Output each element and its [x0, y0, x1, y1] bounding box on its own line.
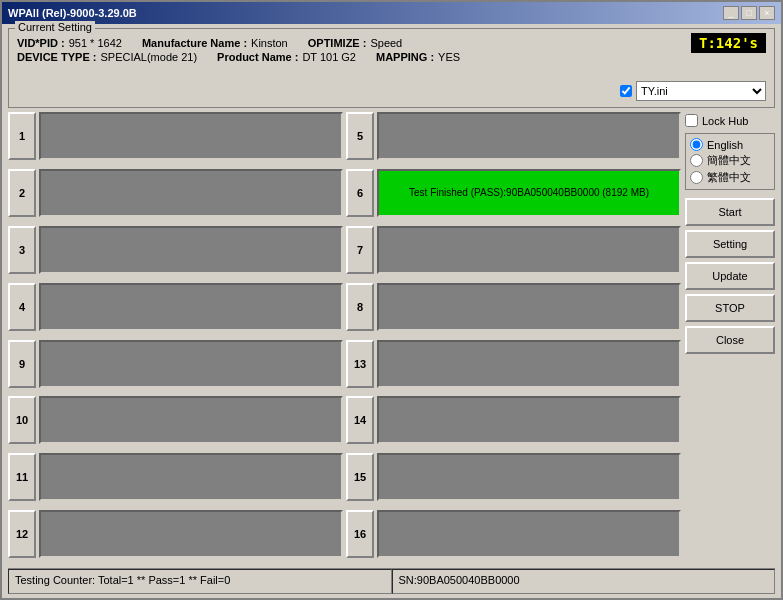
device-type-value: SPECIAL(mode 21) [100, 51, 197, 63]
slot-num-btn-16[interactable]: 16 [346, 510, 374, 558]
right-panel: Lock Hub English 簡體中文 繁體中文 [685, 112, 775, 564]
manufacture-item: Manufacture Name : Kinston [142, 37, 288, 49]
lang-english-radio[interactable] [690, 138, 703, 151]
product-value: DT 101 G2 [302, 51, 356, 63]
slot-display-12 [39, 510, 343, 558]
slot-num-btn-6[interactable]: 6 [346, 169, 374, 217]
slot-display-14 [377, 396, 681, 444]
timer-badge: T:142's [691, 33, 766, 53]
slots-grid: 1526Test Finished (PASS):90BA050040BB000… [8, 112, 681, 564]
slot-row-left-10: 10 [8, 396, 343, 444]
language-group: English 簡體中文 繁體中文 [685, 133, 775, 190]
slot-row-right-7: 7 [346, 226, 681, 274]
status-left: Testing Counter: Total=1 ** Pass=1 ** Fa… [8, 569, 392, 594]
slot-display-7 [377, 226, 681, 274]
vid-pid-label: VID*PID : [17, 37, 65, 49]
body-area: 1526Test Finished (PASS):90BA050040BB000… [8, 112, 775, 564]
right-buttons: StartSettingUpdateSTOPClose [685, 198, 775, 354]
slot-num-btn-7[interactable]: 7 [346, 226, 374, 274]
main-content: Current Setting T:142's VID*PID : 951 * … [2, 24, 781, 598]
slot-num-btn-11[interactable]: 11 [8, 453, 36, 501]
slot-num-btn-10[interactable]: 10 [8, 396, 36, 444]
slot-row-left-3: 3 [8, 226, 343, 274]
slot-num-btn-14[interactable]: 14 [346, 396, 374, 444]
slot-num-btn-13[interactable]: 13 [346, 340, 374, 388]
slot-num-btn-12[interactable]: 12 [8, 510, 36, 558]
ini-dropdown[interactable]: TY.ini [636, 81, 766, 101]
mapping-label: MAPPING : [376, 51, 434, 63]
window-controls: _ □ × [723, 6, 775, 20]
lang-simplified-radio[interactable] [690, 154, 703, 167]
optimize-item: OPTIMIZE : Speed [308, 37, 402, 49]
window-title: WPAll (Rel)-9000-3.29.0B [8, 7, 137, 19]
stop-button[interactable]: STOP [685, 294, 775, 322]
slot-display-1 [39, 112, 343, 160]
lang-simplified-label: 簡體中文 [707, 153, 751, 168]
close-button[interactable]: Close [685, 326, 775, 354]
manufacture-label: Manufacture Name : [142, 37, 247, 49]
slot-num-btn-9[interactable]: 9 [8, 340, 36, 388]
slot-num-btn-8[interactable]: 8 [346, 283, 374, 331]
lang-traditional-radio[interactable] [690, 171, 703, 184]
slot-row-left-1: 1 [8, 112, 343, 160]
setting-button[interactable]: Setting [685, 230, 775, 258]
slot-display-11 [39, 453, 343, 501]
close-window-button[interactable]: × [759, 6, 775, 20]
device-type-item: DEVICE TYPE : SPECIAL(mode 21) [17, 51, 197, 63]
lock-hub-row: Lock Hub [685, 112, 775, 129]
lang-english-label: English [707, 139, 743, 151]
start-button[interactable]: Start [685, 198, 775, 226]
slot-display-2 [39, 169, 343, 217]
maximize-button[interactable]: □ [741, 6, 757, 20]
setting-row-1: VID*PID : 951 * 1642 Manufacture Name : … [17, 37, 766, 49]
slot-num-btn-3[interactable]: 3 [8, 226, 36, 274]
lang-english: English [690, 138, 770, 151]
slot-display-3 [39, 226, 343, 274]
update-button[interactable]: Update [685, 262, 775, 290]
slot-display-10 [39, 396, 343, 444]
optimize-value: Speed [370, 37, 402, 49]
slot-row-right-5: 5 [346, 112, 681, 160]
slot-row-left-2: 2 [8, 169, 343, 217]
lang-traditional: 繁體中文 [690, 170, 770, 185]
slot-display-4 [39, 283, 343, 331]
slot-row-left-11: 11 [8, 453, 343, 501]
slot-display-15 [377, 453, 681, 501]
status-bar: Testing Counter: Total=1 ** Pass=1 ** Fa… [8, 568, 775, 594]
setting-rows: VID*PID : 951 * 1642 Manufacture Name : … [17, 37, 766, 63]
slot-display-9 [39, 340, 343, 388]
slot-row-right-15: 15 [346, 453, 681, 501]
title-bar: WPAll (Rel)-9000-3.29.0B _ □ × [2, 2, 781, 24]
slot-num-btn-15[interactable]: 15 [346, 453, 374, 501]
lang-traditional-label: 繁體中文 [707, 170, 751, 185]
ini-selector: TY.ini [620, 81, 766, 101]
slot-row-right-14: 14 [346, 396, 681, 444]
slot-display-16 [377, 510, 681, 558]
main-window: WPAll (Rel)-9000-3.29.0B _ □ × Current S… [0, 0, 783, 600]
current-setting-title: Current Setting [15, 21, 95, 33]
lock-hub-checkbox[interactable] [685, 114, 698, 127]
vid-pid-item: VID*PID : 951 * 1642 [17, 37, 122, 49]
slot-row-left-12: 12 [8, 510, 343, 558]
optimize-label: OPTIMIZE : [308, 37, 367, 49]
mapping-item: MAPPING : YES [376, 51, 460, 63]
setting-row-2: DEVICE TYPE : SPECIAL(mode 21) Product N… [17, 51, 766, 63]
slot-row-right-8: 8 [346, 283, 681, 331]
slot-num-btn-5[interactable]: 5 [346, 112, 374, 160]
slot-row-right-16: 16 [346, 510, 681, 558]
slot-num-btn-1[interactable]: 1 [8, 112, 36, 160]
manufacture-value: Kinston [251, 37, 288, 49]
slot-display-8 [377, 283, 681, 331]
slot-row-right-13: 13 [346, 340, 681, 388]
slot-display-13 [377, 340, 681, 388]
status-right: SN:90BA050040BB0000 [392, 569, 776, 594]
minimize-button[interactable]: _ [723, 6, 739, 20]
product-item: Product Name : DT 101 G2 [217, 51, 356, 63]
mapping-value: YES [438, 51, 460, 63]
slot-num-btn-4[interactable]: 4 [8, 283, 36, 331]
slot-num-btn-2[interactable]: 2 [8, 169, 36, 217]
ini-checkbox[interactable] [620, 85, 632, 97]
device-type-label: DEVICE TYPE : [17, 51, 96, 63]
slot-display-5 [377, 112, 681, 160]
slot-row-left-9: 9 [8, 340, 343, 388]
